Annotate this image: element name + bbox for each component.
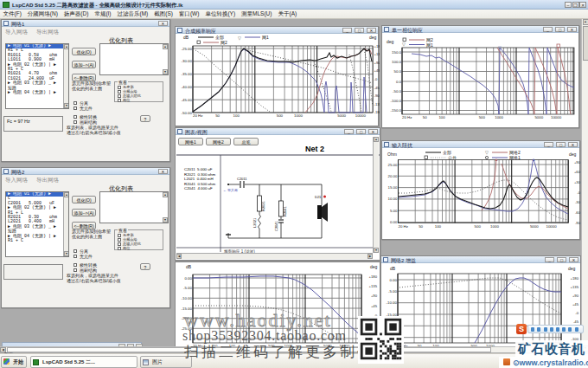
svg-text:15.00: 15.00: [388, 185, 399, 190]
svg-text:+60: +60: [574, 170, 581, 174]
svg-text:5000: 5000: [337, 113, 346, 118]
svg-text:+180: +180: [374, 44, 380, 48]
svg-text:0.00: 0.00: [390, 220, 398, 224]
svg-text:0.0: 0.0: [396, 80, 402, 84]
svg-text:10000: 10000: [355, 113, 367, 118]
svg-text:5.00: 5.00: [390, 209, 398, 213]
svg-text:100: 100: [435, 224, 442, 229]
svg-text:网1: 网1: [262, 35, 269, 40]
svg-text:-90: -90: [575, 221, 581, 225]
svg-text:20 Hz: 20 Hz: [193, 113, 202, 118]
svg-text:R2021: R2021: [261, 200, 265, 211]
svg-text:C2041: C2041: [274, 220, 278, 231]
svg-text:50.0: 50.0: [393, 69, 401, 74]
svg-text:L2021: L2021: [252, 217, 257, 228]
svg-text:20 Hz: 20 Hz: [399, 224, 408, 229]
svg-text:50: 50: [423, 115, 427, 119]
svg-text:5000: 5000: [530, 224, 539, 229]
svg-text:+90: +90: [572, 294, 579, 298]
svg-text:-10.00: -10.00: [182, 296, 193, 300]
svg-text:100: 100: [233, 113, 240, 118]
svg-text:-45.00: -45.00: [182, 98, 193, 102]
svg-text:-45: -45: [374, 86, 380, 90]
svg-text:-30: -30: [575, 200, 581, 204]
svg-text:+90: +90: [574, 160, 581, 165]
svg-text:1000: 1000: [495, 115, 503, 119]
svg-text:-25.00: -25.00: [182, 47, 193, 51]
svg-text:50: 50: [215, 113, 220, 118]
svg-text:▽: ▽: [238, 36, 241, 41]
svg-text:deg: deg: [369, 35, 377, 40]
svg-text:-5.00: -5.00: [183, 286, 193, 290]
svg-text:-90: -90: [374, 94, 380, 98]
svg-text:D21: D21: [315, 195, 322, 199]
svg-text:500: 500: [479, 115, 486, 119]
svg-text:-60: -60: [575, 210, 581, 215]
svg-text:10000: 10000: [551, 115, 562, 119]
svg-text:20.00: 20.00: [388, 174, 399, 178]
svg-text:▲: ▲: [495, 157, 499, 162]
svg-text:网1: 网1: [426, 42, 433, 48]
svg-text:▽: ▽: [402, 42, 406, 47]
svg-text:dB: dB: [183, 35, 189, 40]
svg-text:+90: +90: [371, 294, 378, 298]
svg-text:-0: -0: [577, 190, 580, 195]
svg-text:-5.00: -5.00: [388, 289, 398, 294]
svg-text:-45: -45: [573, 320, 579, 324]
svg-text:10000: 10000: [546, 224, 557, 229]
svg-text:-0: -0: [374, 77, 378, 81]
svg-text:5000: 5000: [534, 115, 543, 119]
svg-text:-0: -0: [575, 311, 578, 315]
svg-text:-35.00: -35.00: [182, 72, 193, 76]
svg-text:500: 500: [475, 224, 482, 229]
svg-text:0.00: 0.00: [389, 278, 397, 282]
svg-text:dB: dB: [186, 264, 192, 269]
svg-text:deg: deg: [370, 264, 378, 269]
svg-text:deg: deg: [387, 39, 394, 44]
svg-text:▽: ▽: [485, 150, 489, 155]
svg-text:-150.0: -150.0: [391, 108, 402, 113]
svg-text:+180: +180: [369, 274, 378, 279]
svg-text:150.0: 150.0: [392, 50, 402, 55]
svg-text:dB: dB: [390, 266, 396, 271]
svg-text:deg: deg: [568, 266, 576, 271]
svg-text:R2041: R2041: [283, 205, 287, 216]
svg-text:-180: -180: [374, 110, 380, 114]
svg-text:+30: +30: [574, 180, 581, 184]
svg-text:+45: +45: [371, 304, 378, 308]
svg-text:50: 50: [419, 224, 423, 229]
svg-text:20 Hz: 20 Hz: [402, 115, 412, 119]
svg-text:1000: 1000: [294, 113, 303, 118]
svg-text:-30.00: -30.00: [182, 59, 193, 63]
svg-text:+135: +135: [374, 52, 380, 56]
svg-text:-100.0: -100.0: [391, 99, 402, 103]
svg-text:+90: +90: [374, 61, 380, 65]
svg-text:-50.00: -50.00: [182, 111, 193, 115]
svg-text:-10.00: -10.00: [387, 300, 398, 305]
svg-text:C2011: C2011: [237, 177, 247, 181]
svg-text:+45: +45: [374, 68, 380, 73]
svg-text:+135: +135: [369, 284, 378, 288]
svg-text:▲: ▲: [532, 157, 536, 162]
svg-text:100.0: 100.0: [392, 60, 402, 64]
svg-text:0.00: 0.00: [184, 276, 192, 281]
svg-text:← 放大器: ← 放大器: [223, 188, 238, 192]
svg-text:-50.0: -50.0: [393, 89, 402, 94]
svg-text:1000: 1000: [490, 224, 499, 229]
svg-text:+45: +45: [572, 302, 579, 307]
svg-text:10.00: 10.00: [388, 197, 399, 201]
svg-text:-135: -135: [374, 102, 380, 107]
svg-text:Ohm: Ohm: [387, 152, 397, 157]
svg-text:网2: 网2: [220, 40, 227, 45]
svg-text:+135: +135: [571, 285, 579, 289]
svg-text:+180: +180: [571, 276, 579, 281]
svg-text:500: 500: [277, 113, 284, 118]
svg-text:25.00: 25.00: [388, 163, 399, 167]
svg-text:100: 100: [438, 115, 445, 119]
svg-text:deg: deg: [569, 152, 577, 157]
svg-text:-40.00: -40.00: [182, 85, 193, 89]
svg-text:▽: ▽: [498, 45, 502, 50]
